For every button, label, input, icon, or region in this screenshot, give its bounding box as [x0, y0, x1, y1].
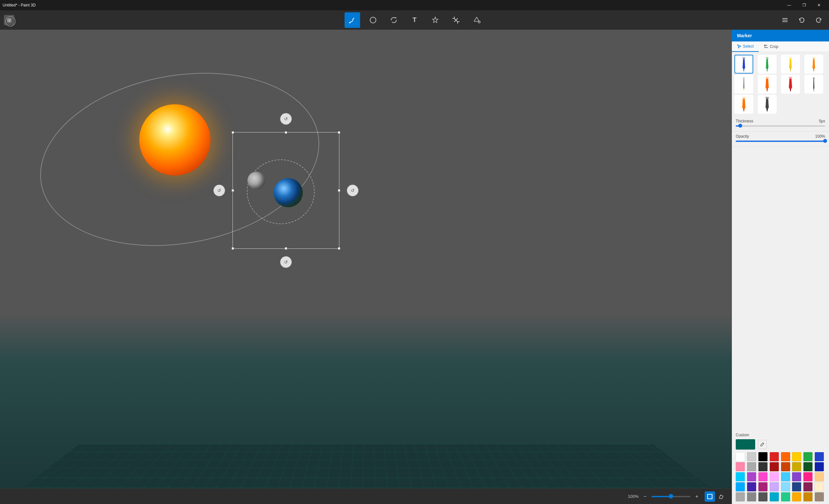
color-swatch-13[interactable] — [792, 462, 801, 471]
zoom-slider-thumb[interactable] — [669, 494, 673, 499]
rotate-handle-bottom[interactable]: ↺ — [280, 256, 292, 268]
zoom-in-button[interactable]: + — [693, 493, 701, 500]
minimize-button[interactable]: — — [782, 0, 797, 10]
color-swatch-30[interactable] — [803, 482, 813, 491]
brush-item-2[interactable] — [758, 55, 777, 74]
handle-top-right[interactable] — [338, 131, 340, 134]
color-swatch-4[interactable] — [781, 452, 790, 461]
shapes-tool-button[interactable] — [365, 12, 381, 28]
undo-button[interactable] — [794, 12, 809, 28]
rotate-handle-right[interactable]: ↺ — [347, 185, 358, 196]
opacity-slider-thumb[interactable] — [823, 139, 827, 143]
brush-item-9[interactable] — [734, 95, 753, 114]
color-swatch-32[interactable] — [736, 492, 745, 501]
color-swatch-35[interactable] — [770, 492, 779, 501]
color-swatch-2[interactable] — [758, 452, 767, 461]
color-swatch-16[interactable] — [736, 472, 745, 481]
color-swatch-33[interactable] — [747, 492, 756, 501]
color-swatch-36[interactable] — [781, 492, 790, 501]
zoom-out-button[interactable]: − — [641, 493, 649, 500]
brush-item-7[interactable] — [781, 75, 800, 94]
color-swatch-26[interactable] — [758, 482, 767, 491]
svg-rect-13 — [789, 77, 792, 79]
brush-item-8[interactable] — [804, 75, 823, 94]
color-swatch-3[interactable] — [770, 452, 779, 461]
thickness-slider[interactable] — [736, 125, 825, 127]
color-swatch-21[interactable] — [792, 472, 801, 481]
color-swatch-38[interactable] — [803, 492, 813, 501]
color-swatch-37[interactable] — [792, 492, 801, 501]
zoom-controls: 100% − + — [628, 493, 701, 500]
color-swatch-7[interactable] — [815, 452, 824, 461]
color-swatch-17[interactable] — [747, 472, 756, 481]
current-color-swatch[interactable] — [736, 439, 755, 449]
handle-top-center[interactable] — [285, 131, 287, 134]
brush-item-4[interactable] — [804, 55, 823, 74]
text-tool-button[interactable]: T — [407, 12, 422, 28]
color-swatch-6[interactable] — [803, 452, 813, 461]
edit-color-button[interactable] — [758, 440, 767, 449]
tab-crop[interactable]: Crop — [759, 41, 783, 52]
handle-top-left[interactable] — [231, 131, 234, 134]
color-swatch-5[interactable] — [792, 452, 801, 461]
color-swatch-23[interactable] — [815, 472, 824, 481]
color-swatch-10[interactable] — [758, 462, 767, 471]
color-swatch-9[interactable] — [747, 462, 756, 471]
brush-item-3[interactable] — [781, 55, 800, 74]
brush-item-10[interactable] — [758, 95, 777, 114]
menu-button[interactable] — [777, 12, 793, 28]
sun-object[interactable] — [139, 104, 211, 176]
brush-item-5[interactable] — [734, 75, 753, 94]
color-swatch-11[interactable] — [770, 462, 779, 471]
color-swatch-12[interactable] — [781, 462, 790, 471]
zoom-level: 100% — [628, 494, 639, 499]
resize-tool-button[interactable] — [448, 12, 464, 28]
color-swatch-24[interactable] — [736, 482, 745, 491]
color-swatch-25[interactable] — [747, 482, 756, 491]
brush-item-1[interactable] — [734, 55, 753, 74]
canvas-area[interactable]: ↺ ↺ ↺ ↺ 100% − + — [0, 30, 732, 504]
thickness-slider-thumb[interactable] — [738, 124, 742, 128]
color-swatch-31[interactable] — [815, 482, 824, 491]
selection-box[interactable]: ↺ ↺ ↺ ↺ — [232, 132, 339, 249]
color-swatch-14[interactable] — [803, 462, 813, 471]
rotate-tool-button[interactable] — [386, 12, 402, 28]
current-color-row — [736, 439, 825, 449]
color-swatch-8[interactable] — [736, 462, 745, 471]
color-swatch-27[interactable] — [770, 482, 779, 491]
zoom-slider[interactable] — [652, 496, 690, 497]
color-swatch-29[interactable] — [792, 482, 801, 491]
color-swatch-19[interactable] — [770, 472, 779, 481]
color-swatch-0[interactable] — [736, 452, 745, 461]
close-button[interactable]: ✕ — [812, 0, 826, 10]
help-button[interactable]: ? — [5, 16, 15, 27]
handle-bottom-left[interactable] — [231, 247, 234, 250]
rotate-handle-top[interactable]: ↺ — [280, 113, 292, 125]
color-swatch-34[interactable] — [758, 492, 767, 501]
view-3d-button[interactable] — [716, 491, 727, 502]
tab-select[interactable]: Select — [732, 41, 759, 52]
color-swatch-15[interactable] — [815, 462, 824, 471]
effects-tool-button[interactable] — [427, 12, 443, 28]
rotate-handle-left[interactable]: ↺ — [213, 185, 225, 196]
opacity-slider[interactable] — [736, 141, 825, 142]
color-swatch-39[interactable] — [815, 492, 824, 501]
color-swatch-20[interactable] — [781, 472, 790, 481]
svg-rect-10 — [813, 57, 815, 59]
opacity-label: Opacity — [736, 134, 755, 139]
color-swatch-1[interactable] — [747, 452, 756, 461]
handle-bottom-center[interactable] — [285, 247, 287, 250]
handle-middle-left[interactable] — [231, 189, 234, 192]
color-swatch-22[interactable] — [803, 472, 813, 481]
restore-button[interactable]: ❐ — [797, 0, 812, 10]
handle-bottom-right[interactable] — [338, 247, 340, 250]
panel-header: Marker — [732, 30, 829, 41]
color-swatch-18[interactable] — [758, 472, 767, 481]
brush-item-6[interactable] — [758, 75, 777, 94]
color-swatch-28[interactable] — [781, 482, 790, 491]
brushes-tool-button[interactable] — [345, 12, 360, 28]
fill-tool-button[interactable] — [469, 12, 484, 28]
view-2d-button[interactable] — [705, 491, 715, 502]
redo-button[interactable] — [811, 12, 826, 28]
handle-middle-right[interactable] — [338, 189, 340, 192]
